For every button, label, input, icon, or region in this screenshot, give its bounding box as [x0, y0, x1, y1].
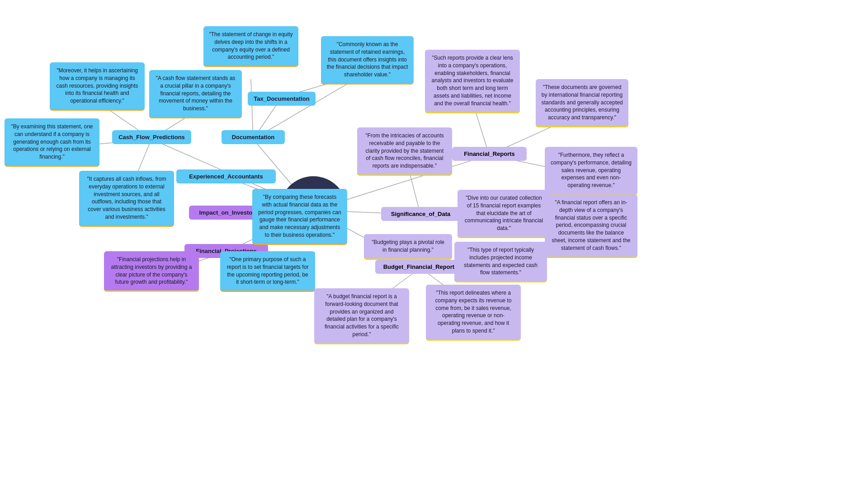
bubble-retained-earnings: "Commonly known as the statement of reta… — [321, 36, 414, 84]
node-cash-flow[interactable]: Cash_Flow_Predictions — [112, 130, 191, 144]
bubble-international-standards: "These documents are governed by interna… — [536, 79, 628, 127]
bubble-text: "It captures all cash inflows, from ever… — [87, 176, 166, 220]
bubble-projected-income: "This type of report typically includes … — [454, 242, 547, 282]
bubble-text: "A financial report offers an in-depth v… — [552, 199, 630, 251]
bubble-text: "Moreover, it helps in ascertaining how … — [57, 67, 138, 104]
bubble-text: "Dive into our curated collection of 15 … — [465, 195, 543, 231]
bubble-financial-targets: "One primary purpose of such a report is… — [220, 251, 315, 292]
bubble-text: "A budget financial report is a forward-… — [325, 293, 399, 338]
node-financial-reports[interactable]: Financial_Reports — [452, 147, 527, 161]
node-label: Financial_Reports — [464, 150, 515, 157]
bubble-curated-collection: "Dive into our curated collection of 15 … — [458, 190, 550, 238]
bubble-text: "This type of report typically includes … — [464, 247, 538, 276]
bubble-examining-statement: "By examining this statement, one can un… — [5, 118, 99, 167]
node-documentation[interactable]: Documentation — [222, 130, 285, 144]
bubble-comparing-forecasts: "By comparing these forecasts with actua… — [252, 189, 347, 245]
bubble-indispensable: "From the intricacies of accounts receiv… — [357, 127, 452, 176]
bubble-text: "Commonly known as the statement of reta… — [327, 41, 408, 78]
bubble-indepth-view: "A financial report offers an in-depth v… — [545, 194, 637, 258]
bubble-text: "Financial projections help in attractin… — [111, 256, 192, 285]
node-label: Budget_Financial_Reports — [383, 263, 458, 270]
bubble-equity-statement: "The statement of change in equity delve… — [203, 26, 298, 67]
bubble-text: "By examining this statement, one can un… — [11, 123, 93, 160]
node-experienced-accountants[interactable]: Experienced_Accountants — [176, 169, 276, 183]
bubble-budgeting: "Budgeting plays a pivotal role in finan… — [364, 234, 452, 260]
node-label: Impact_on_Investors — [199, 209, 258, 216]
node-label: Significance_of_Data — [391, 211, 451, 217]
bubble-managing-cash: "Moreover, it helps in ascertaining how … — [50, 62, 145, 111]
node-label: Tax_Documentation — [254, 95, 309, 102]
bubble-text: "These documents are governed by interna… — [541, 84, 623, 121]
node-significance-data[interactable]: Significance_of_Data — [381, 207, 460, 221]
bubble-cash-inflows: "It captures all cash inflows, from ever… — [79, 171, 174, 227]
node-label: Documentation — [232, 134, 275, 141]
node-label: Cash_Flow_Predictions — [118, 134, 185, 141]
bubble-text: "Budgeting plays a pivotal role in finan… — [372, 239, 444, 253]
bubble-cash-flow-pillar: "A cash flow statement stands as a cruci… — [149, 70, 242, 118]
bubble-text: "The statement of change in equity delve… — [209, 31, 292, 60]
node-budget-financial-reports[interactable]: Budget_Financial_Reports — [375, 260, 466, 274]
bubble-attracting-investors: "Financial projections help in attractin… — [104, 251, 199, 292]
bubble-text: "A cash flow statement stands as a cruci… — [156, 75, 236, 112]
bubble-text: "Such reports provide a clear lens into … — [432, 55, 514, 107]
bubble-text: "This report delineates where a company … — [435, 290, 512, 334]
bubble-text: "One primary purpose of such a report is… — [227, 256, 309, 285]
node-label: Experienced_Accountants — [189, 173, 263, 180]
bubble-text: "Furthermore, they reflect a company's p… — [551, 152, 632, 188]
node-tax-documentation[interactable]: Tax_Documentation — [248, 92, 316, 106]
bubble-forward-looking: "A budget financial report is a forward-… — [314, 288, 409, 344]
bubble-text: "By comparing these forecasts with actua… — [258, 194, 341, 238]
bubble-company-performance: "Furthermore, they reflect a company's p… — [545, 147, 637, 195]
bubble-clear-lens: "Such reports provide a clear lens into … — [425, 50, 520, 113]
bubble-text: "From the intricacies of accounts receiv… — [365, 132, 444, 169]
bubble-revenue-source: "This report delineates where a company … — [426, 285, 521, 341]
